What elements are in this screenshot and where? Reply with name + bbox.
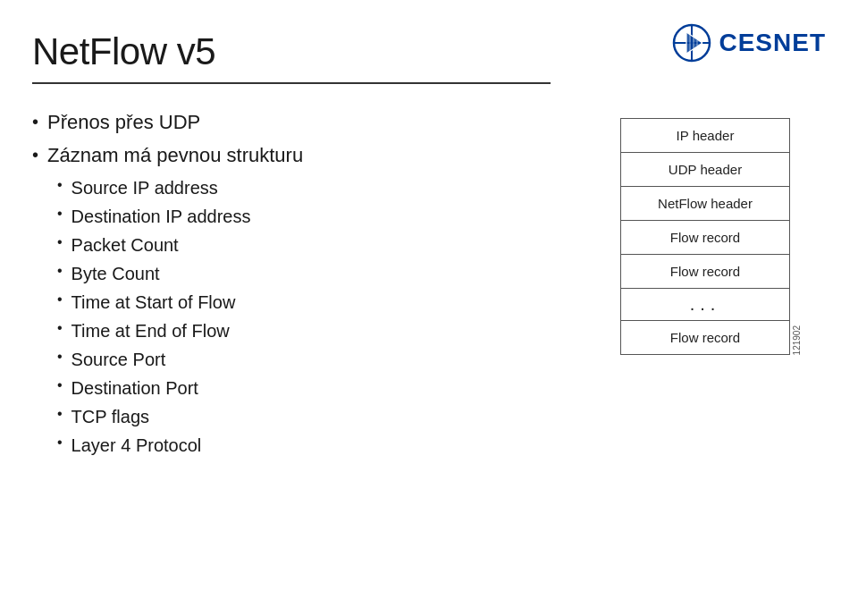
diagram-row-flow-record-2: Flow record: [621, 255, 789, 289]
diagram-row-udp-header: UDP header: [621, 153, 789, 187]
bullet-text: Time at Start of Flow: [72, 290, 236, 315]
diagram-wrapper: IP header UDP header NetFlow header Flow…: [620, 109, 826, 355]
bullet-icon: •: [32, 109, 38, 134]
bullet-list: • Přenos přes UDP • Záznam má pevnou str…: [32, 109, 585, 458]
cesnet-logo: CESNET: [670, 21, 826, 64]
diagram-row-ip-header: IP header: [621, 119, 789, 153]
bullet-text: TCP flags: [72, 404, 149, 429]
bullet-icon: •: [57, 318, 63, 338]
cesnet-logo-icon: [670, 21, 713, 64]
page-title: NetFlow v5: [32, 30, 215, 73]
diagram-side-label: 121902: [792, 324, 802, 355]
bullet-icon: •: [57, 175, 63, 195]
diagram-container: IP header UDP header NetFlow header Flow…: [620, 109, 826, 355]
bullet-list-container: • Přenos přes UDP • Záznam má pevnou str…: [32, 109, 585, 461]
bullet-text: Destination Port: [72, 376, 198, 401]
page: NetFlow v5 CESNET: [0, 0, 858, 616]
list-item: • Packet Count: [32, 232, 585, 257]
bullet-text: Source Port: [72, 347, 166, 372]
bullet-icon: •: [57, 433, 63, 452]
list-item: • Destination Port: [32, 376, 585, 401]
list-item: • Source Port: [32, 347, 585, 372]
list-item: • Byte Count: [32, 261, 585, 286]
logo-text: CESNET: [719, 29, 826, 57]
bullet-text: Přenos přes UDP: [47, 109, 200, 137]
list-item: • Time at End of Flow: [32, 318, 585, 343]
main-content: • Přenos přes UDP • Záznam má pevnou str…: [32, 109, 826, 461]
bullet-text: Time at End of Flow: [72, 318, 230, 343]
bullet-text: Záznam má pevnou strukturu: [47, 142, 303, 170]
bullet-icon: •: [57, 232, 63, 252]
diagram-row-dots: ...: [621, 289, 789, 321]
header: NetFlow v5 CESNET: [32, 21, 826, 73]
bullet-icon: •: [57, 290, 63, 309]
header-divider: [32, 82, 551, 84]
list-item: • Destination IP address: [32, 204, 585, 229]
list-item: • Záznam má pevnou strukturu: [32, 142, 585, 170]
bullet-icon: •: [57, 204, 63, 224]
list-item: • Source IP address: [32, 175, 585, 200]
bullet-icon: •: [57, 404, 63, 424]
bullet-text: Layer 4 Protocol: [72, 433, 202, 458]
bullet-icon: •: [57, 376, 63, 395]
list-item: • Layer 4 Protocol: [32, 433, 585, 458]
list-item: • TCP flags: [32, 404, 585, 429]
diagram-row-netflow-header: NetFlow header: [621, 187, 789, 221]
svg-marker-3: [686, 32, 702, 54]
list-item: • Time at Start of Flow: [32, 290, 585, 315]
diagram-row-flow-record-last: Flow record: [621, 321, 789, 354]
bullet-icon: •: [57, 261, 63, 281]
bullet-icon: •: [32, 142, 38, 167]
diagram-row-flow-record-1: Flow record: [621, 221, 789, 255]
bullet-text: Byte Count: [72, 261, 160, 286]
bullet-text: Source IP address: [72, 175, 218, 200]
bullet-text: Destination IP address: [72, 204, 251, 229]
bullet-icon: •: [57, 347, 63, 367]
list-item: • Přenos přes UDP: [32, 109, 585, 137]
packet-diagram: IP header UDP header NetFlow header Flow…: [620, 118, 790, 355]
bullet-text: Packet Count: [72, 232, 179, 257]
